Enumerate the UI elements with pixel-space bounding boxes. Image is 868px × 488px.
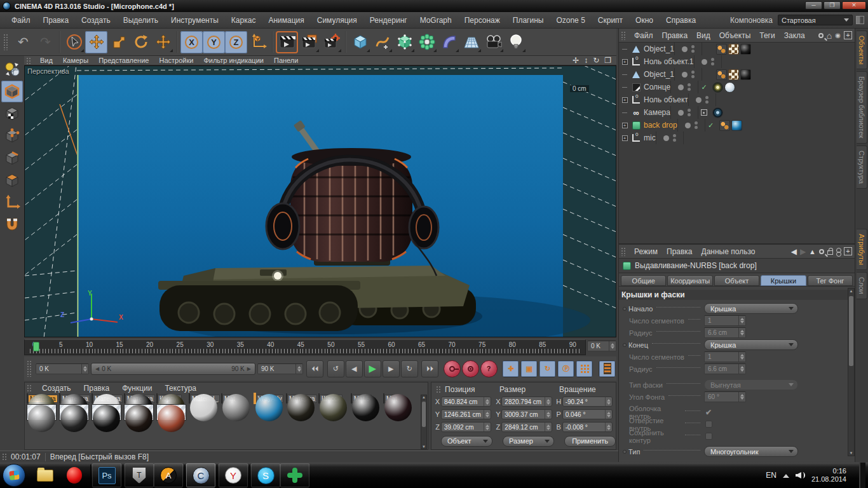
render-settings-button[interactable] [320, 31, 342, 53]
tab-content-browser[interactable]: Браузер библиотек [857, 71, 867, 144]
play-loop-button[interactable]: ↻ [401, 360, 418, 377]
viewport-maximize-icon[interactable]: ❐ [604, 56, 611, 65]
search-icon[interactable] [818, 33, 824, 38]
spinner-arrows-icon[interactable] [295, 364, 302, 374]
material-thumbnail[interactable] [351, 393, 352, 403]
eye-icon[interactable]: ◉ [835, 32, 841, 39]
add-light-button[interactable] [505, 31, 527, 53]
max-frame-spinner[interactable]: 90 K [257, 363, 303, 374]
size-z-field[interactable]: 2849.12 cm [501, 422, 552, 432]
taskbar-cinema4d-active[interactable]: C [186, 463, 215, 487]
playhead[interactable] [33, 342, 39, 351]
materials-menu-function[interactable]: Функции [116, 384, 158, 393]
object-name[interactable]: Ноль объект.1 [644, 57, 694, 66]
material-item[interactable]: Mat.5 [351, 394, 381, 403]
material-thumbnail[interactable] [92, 393, 93, 403]
om-menu-bookmarks[interactable]: Закла [780, 31, 810, 40]
volume-icon[interactable] [796, 471, 805, 479]
material-item[interactable]: Корпус [156, 394, 186, 403]
visibility-dots[interactable] [674, 43, 702, 55]
object-row[interactable]: + Ноль объект.1 [619, 55, 855, 68]
object-row-selected[interactable]: + back drop ✓ [619, 119, 855, 132]
render-view-button[interactable] [276, 31, 298, 53]
material-thumbnail[interactable] [221, 393, 222, 403]
history-forward-icon[interactable]: ▶ [800, 247, 806, 256]
material-item[interactable]: Mat [221, 394, 251, 403]
goto-end-button[interactable]: ⏵⏵ [421, 360, 438, 377]
om-menu-tags[interactable]: Теги [755, 31, 779, 40]
anim-dot-icon[interactable] [623, 450, 627, 454]
texture-mode-button[interactable] [1, 103, 23, 125]
tray-expand-icon[interactable] [783, 471, 789, 478]
om-menu-edit[interactable]: Правка [658, 31, 693, 40]
visibility-dots[interactable] [688, 93, 716, 106]
am-menu-edit[interactable]: Правка [662, 247, 697, 256]
coordinate-system-button[interactable] [247, 31, 269, 53]
menu-plugins[interactable]: Плагины [506, 16, 550, 25]
viewport-menu-view[interactable]: Вид [35, 57, 58, 64]
viewport-menu-panel[interactable]: Панели [269, 57, 303, 64]
viewport-menu-display[interactable]: Представление [93, 57, 154, 64]
expand-icon[interactable]: + [622, 59, 628, 65]
home-icon[interactable]: ⌂ [827, 30, 832, 41]
edges-mode-button[interactable] [1, 147, 23, 169]
add-camera-button[interactable] [482, 31, 505, 53]
menu-simulation[interactable]: Симуляция [311, 16, 363, 25]
lock-icon[interactable] [827, 250, 833, 255]
visibility-dots[interactable] [656, 132, 684, 144]
rotate-tool-button[interactable] [130, 31, 152, 53]
material-item[interactable]: Material_ [189, 394, 219, 403]
material-thumbnail[interactable] [318, 393, 320, 403]
attributes-scrollbar[interactable]: ▲ ▼ [848, 288, 855, 456]
object-name[interactable]: Ноль объект [644, 95, 688, 104]
material-thumbnail[interactable] [59, 404, 89, 421]
layout-grid-icon[interactable] [856, 16, 864, 24]
apply-button[interactable]: Применить [564, 436, 616, 447]
material-thumbnail[interactable] [27, 404, 57, 421]
material-item[interactable]: Материа [92, 394, 121, 403]
material-thumbnail[interactable] [124, 404, 154, 421]
tab-attributes[interactable]: Атрибуты [857, 229, 867, 270]
material-tag-icon[interactable] [731, 120, 742, 131]
current-frame-spinner[interactable]: 0 K [36, 363, 89, 374]
scroll-down-icon[interactable]: ▼ [422, 445, 426, 449]
material-tag-icon[interactable] [740, 44, 751, 55]
polygons-mode-button[interactable] [1, 170, 23, 191]
viewport-grip[interactable] [26, 57, 32, 64]
anim-dot-icon[interactable] [623, 307, 627, 311]
new-panel-icon[interactable]: + [844, 247, 852, 255]
add-environment-button[interactable] [460, 31, 482, 53]
link-icon[interactable] [836, 248, 841, 255]
material-thumbnail[interactable] [124, 393, 125, 403]
start-button[interactable] [3, 464, 25, 487]
material-thumbnail[interactable] [286, 393, 287, 403]
menu-mesh[interactable]: Каркас [225, 16, 262, 25]
pos-x-field[interactable]: 840.824 cm [441, 396, 491, 407]
texture-tag-icon[interactable] [728, 44, 739, 55]
menu-edit[interactable]: Правка [37, 16, 76, 25]
om-menu-view[interactable]: Вид [692, 31, 715, 40]
points-mode-button[interactable] [1, 125, 23, 147]
materials-menu-texture[interactable]: Текстура [158, 384, 203, 393]
minimize-button[interactable]: ─ [805, 1, 822, 10]
viewport-canvas[interactable]: Перспектива 0 cm Y X Z [24, 65, 616, 337]
start-dropdown[interactable]: Крышка [704, 303, 798, 314]
tab-object[interactable]: Объект [714, 275, 759, 286]
show-desktop-button[interactable] [859, 463, 865, 488]
material-thumbnail[interactable] [92, 404, 121, 421]
scrollbar-thumb[interactable] [849, 296, 853, 366]
material-tag-icon[interactable] [740, 69, 751, 80]
object-row[interactable]: Object_1 [619, 43, 855, 55]
menu-script[interactable]: Скрипт [592, 16, 629, 25]
size-x-field[interactable]: 2820.794 cm [501, 396, 552, 407]
visibility-dots[interactable] [694, 55, 722, 68]
taskbar-skype[interactable]: S [251, 463, 280, 487]
range-right-arrow-icon[interactable]: ▶ [247, 366, 251, 372]
viewport-rotate-icon[interactable]: ↻ [593, 56, 599, 65]
scroll-up-icon[interactable]: ▲ [848, 289, 854, 293]
parent-up-icon[interactable]: ▲ [809, 248, 816, 255]
visibility-dots[interactable] [674, 68, 702, 81]
material-item-selected[interactable]: VrayAdv [254, 394, 283, 403]
viewport-menu-filter[interactable]: Фильтр индикации [198, 57, 269, 64]
scrollbar-thumb[interactable] [422, 402, 426, 427]
